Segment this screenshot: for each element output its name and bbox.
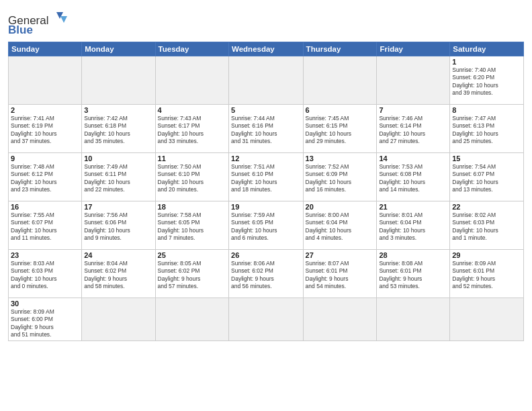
logo: General Blue [8,9,69,38]
day-info: Sunrise: 7:40 AM Sunset: 6:20 PM Dayligh… [452,66,521,97]
calendar-cell: 5Sunrise: 7:44 AM Sunset: 6:16 PM Daylig… [229,105,304,153]
calendar-cell: 15Sunrise: 7:54 AM Sunset: 6:07 PM Dayli… [450,153,524,201]
day-number: 23 [11,251,79,259]
calendar-cell [229,298,304,341]
calendar-cell: 3Sunrise: 7:42 AM Sunset: 6:18 PM Daylig… [82,105,155,153]
svg-marker-3 [60,16,67,23]
day-number: 9 [11,154,79,163]
day-info: Sunrise: 7:52 AM Sunset: 6:09 PM Dayligh… [306,163,375,194]
day-number: 12 [231,154,301,163]
calendar-cell: 24Sunrise: 8:04 AM Sunset: 6:02 PM Dayli… [82,250,155,298]
weekday-header-tuesday: Tuesday [155,42,228,56]
calendar-cell: 16Sunrise: 7:55 AM Sunset: 6:07 PM Dayli… [9,201,82,250]
day-info: Sunrise: 7:56 AM Sunset: 6:06 PM Dayligh… [84,212,152,242]
day-info: Sunrise: 8:09 AM Sunset: 6:00 PM Dayligh… [11,308,79,339]
weekday-header-row: SundayMondayTuesdayWednesdayThursdayFrid… [9,42,524,56]
calendar-table: SundayMondayTuesdayWednesdayThursdayFrid… [8,42,524,341]
day-number: 7 [379,106,447,114]
calendar-cell: 26Sunrise: 8:06 AM Sunset: 6:02 PM Dayli… [229,250,304,298]
day-number: 21 [379,203,447,211]
day-number: 18 [158,203,226,211]
calendar-cell: 22Sunrise: 8:02 AM Sunset: 6:03 PM Dayli… [450,201,524,250]
calendar-week-row: 23Sunrise: 8:03 AM Sunset: 6:03 PM Dayli… [9,250,524,298]
day-info: Sunrise: 7:58 AM Sunset: 6:05 PM Dayligh… [158,212,226,242]
day-info: Sunrise: 7:46 AM Sunset: 6:14 PM Dayligh… [379,115,447,146]
calendar-cell: 23Sunrise: 8:03 AM Sunset: 6:03 PM Dayli… [9,250,82,298]
day-number: 27 [306,251,375,259]
day-info: Sunrise: 7:55 AM Sunset: 6:07 PM Dayligh… [11,212,79,242]
svg-text:Blue: Blue [8,24,33,35]
day-info: Sunrise: 7:59 AM Sunset: 6:05 PM Dayligh… [231,212,301,242]
day-info: Sunrise: 7:42 AM Sunset: 6:18 PM Dayligh… [84,115,152,146]
day-number: 22 [452,203,521,211]
day-info: Sunrise: 8:05 AM Sunset: 6:02 PM Dayligh… [158,260,226,291]
day-info: Sunrise: 8:06 AM Sunset: 6:02 PM Dayligh… [231,260,301,291]
calendar-cell: 30Sunrise: 8:09 AM Sunset: 6:00 PM Dayli… [9,298,82,341]
weekday-header-sunday: Sunday [9,42,82,56]
calendar-week-row: 9Sunrise: 7:48 AM Sunset: 6:12 PM Daylig… [9,153,524,201]
day-number: 1 [452,58,521,66]
day-number: 28 [379,251,447,259]
logo-text: General Blue [8,9,69,38]
day-info: Sunrise: 7:48 AM Sunset: 6:12 PM Dayligh… [11,163,79,194]
calendar-cell [82,298,155,341]
weekday-header-thursday: Thursday [303,42,377,56]
calendar-cell: 20Sunrise: 8:00 AM Sunset: 6:04 PM Dayli… [303,201,377,250]
day-info: Sunrise: 8:09 AM Sunset: 6:01 PM Dayligh… [452,260,521,291]
calendar-cell [82,56,155,105]
calendar-cell: 9Sunrise: 7:48 AM Sunset: 6:12 PM Daylig… [9,153,82,201]
calendar-cell: 13Sunrise: 7:52 AM Sunset: 6:09 PM Dayli… [303,153,377,201]
day-number: 26 [231,251,301,259]
day-info: Sunrise: 8:03 AM Sunset: 6:03 PM Dayligh… [11,260,79,291]
day-info: Sunrise: 8:00 AM Sunset: 6:04 PM Dayligh… [306,212,375,242]
day-number: 4 [158,106,226,114]
calendar-cell [155,298,228,341]
day-number: 17 [84,203,152,211]
header: General Blue [8,7,524,38]
calendar-cell: 11Sunrise: 7:50 AM Sunset: 6:10 PM Dayli… [155,153,228,201]
day-number: 11 [158,154,226,163]
day-number: 14 [379,154,447,163]
calendar-cell: 25Sunrise: 8:05 AM Sunset: 6:02 PM Dayli… [155,250,228,298]
day-info: Sunrise: 8:07 AM Sunset: 6:01 PM Dayligh… [306,260,375,291]
day-number: 25 [158,251,226,259]
calendar-cell: 8Sunrise: 7:47 AM Sunset: 6:13 PM Daylig… [450,105,524,153]
calendar-cell: 7Sunrise: 7:46 AM Sunset: 6:14 PM Daylig… [377,105,450,153]
weekday-header-saturday: Saturday [450,42,524,56]
day-number: 24 [84,251,152,259]
day-info: Sunrise: 8:04 AM Sunset: 6:02 PM Dayligh… [84,260,152,291]
calendar-cell: 6Sunrise: 7:45 AM Sunset: 6:15 PM Daylig… [303,105,377,153]
calendar-week-row: 30Sunrise: 8:09 AM Sunset: 6:00 PM Dayli… [9,298,524,341]
day-info: Sunrise: 7:50 AM Sunset: 6:10 PM Dayligh… [158,163,226,194]
day-number: 13 [306,154,375,163]
day-info: Sunrise: 8:01 AM Sunset: 6:04 PM Dayligh… [379,212,447,242]
calendar-cell [450,298,524,341]
day-number: 10 [84,154,152,163]
calendar-cell: 18Sunrise: 7:58 AM Sunset: 6:05 PM Dayli… [155,201,228,250]
weekday-header-friday: Friday [377,42,450,56]
day-number: 8 [452,106,521,114]
day-info: Sunrise: 8:02 AM Sunset: 6:03 PM Dayligh… [452,212,521,242]
calendar-cell [377,56,450,105]
calendar-cell [303,56,377,105]
calendar-cell: 27Sunrise: 8:07 AM Sunset: 6:01 PM Dayli… [303,250,377,298]
day-info: Sunrise: 7:44 AM Sunset: 6:16 PM Dayligh… [231,115,301,146]
weekday-header-monday: Monday [82,42,155,56]
day-info: Sunrise: 7:51 AM Sunset: 6:10 PM Dayligh… [231,163,301,194]
calendar-cell: 21Sunrise: 8:01 AM Sunset: 6:04 PM Dayli… [377,201,450,250]
day-info: Sunrise: 7:47 AM Sunset: 6:13 PM Dayligh… [452,115,521,146]
calendar-cell: 14Sunrise: 7:53 AM Sunset: 6:08 PM Dayli… [377,153,450,201]
calendar-cell: 28Sunrise: 8:08 AM Sunset: 6:01 PM Dayli… [377,250,450,298]
day-number: 15 [452,154,521,163]
day-number: 30 [11,300,79,308]
calendar-cell [303,298,377,341]
day-number: 16 [11,203,79,211]
day-number: 3 [84,106,152,114]
day-number: 19 [231,203,301,211]
day-number: 29 [452,251,521,259]
calendar-cell: 17Sunrise: 7:56 AM Sunset: 6:06 PM Dayli… [82,201,155,250]
day-info: Sunrise: 7:41 AM Sunset: 6:19 PM Dayligh… [11,115,79,146]
day-number: 6 [306,106,375,114]
weekday-header-wednesday: Wednesday [229,42,304,56]
calendar-cell: 29Sunrise: 8:09 AM Sunset: 6:01 PM Dayli… [450,250,524,298]
